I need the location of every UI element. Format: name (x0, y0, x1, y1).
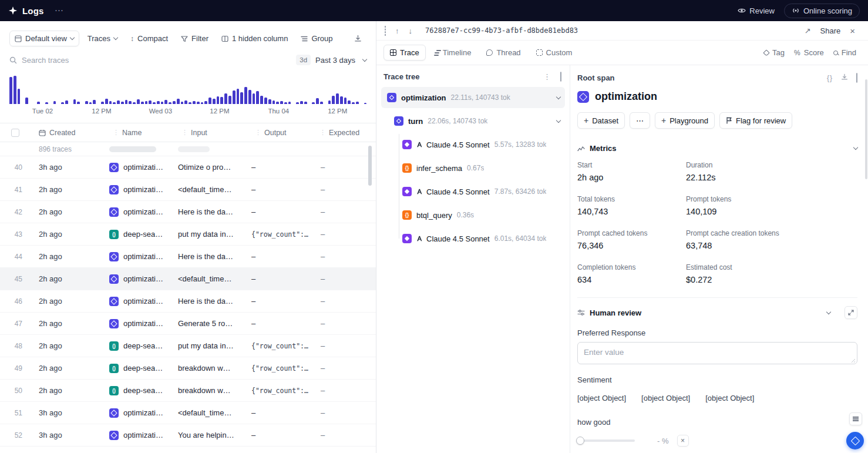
row-output: – (247, 319, 311, 328)
tree-layout-button[interactable] (534, 72, 542, 81)
trace-tree-item[interactable]: optimization 22.11s, 140743 tok (381, 87, 565, 108)
traces-dropdown[interactable]: Traces (83, 31, 122, 46)
right-scrollbar-thumb[interactable] (865, 79, 867, 179)
traces-dropdown-label: Traces (88, 34, 110, 43)
tree-more-button[interactable]: ⋮ (542, 72, 559, 81)
trace-tree-item[interactable]: Claude 4.5 Sonnet 7.87s, 63426 tok (381, 181, 565, 202)
find-button[interactable]: Find (829, 46, 861, 59)
human-review-header[interactable]: Human review (577, 306, 857, 319)
view-selector[interactable]: Default view (9, 31, 79, 46)
sentiment-option[interactable]: [object Object] (577, 391, 626, 405)
preferred-response-input[interactable] (577, 342, 857, 364)
span-kind-icon (402, 187, 412, 196)
slider-thumb[interactable] (576, 437, 584, 445)
clear-score-button[interactable]: × (677, 435, 689, 447)
row-number: 41 (0, 186, 28, 194)
add-to-dataset-button[interactable]: + Dataset (577, 112, 625, 129)
review-button[interactable]: Review (733, 4, 779, 18)
metric-label: Completion tokens (577, 263, 686, 271)
column-header-expected[interactable]: Expected (311, 123, 376, 142)
anthropic-icon (416, 189, 423, 194)
trace-tree-item[interactable]: turn 22.06s, 140743 tok (381, 110, 565, 132)
sentiment-option[interactable]: [object Object] (705, 391, 754, 405)
row-input: breakdown w… (173, 364, 247, 373)
column-header-output[interactable]: Output (247, 123, 311, 142)
search-input[interactable] (22, 56, 296, 65)
more-actions-button[interactable]: ⋯ (630, 112, 650, 129)
split-view-button[interactable] (856, 73, 857, 82)
column-header-created[interactable]: Created (28, 123, 105, 142)
table-row[interactable]: 41 2h ago optimizati… <default_time… – – (0, 179, 376, 201)
download-span-button[interactable] (841, 73, 856, 82)
tree-item-label: optimization (401, 93, 446, 102)
table-row[interactable]: 43 2h ago deep-sea… put my data in… {"ro… (0, 223, 376, 246)
trace-tree-item[interactable]: btql_query 0.36s (381, 204, 565, 226)
trace-tree-item[interactable]: infer_schema 0.67s (381, 157, 565, 179)
trace-count: 896 traces (28, 145, 105, 153)
histogram-bars[interactable] (9, 76, 366, 104)
open-in-new-button[interactable]: ↗ (800, 25, 816, 36)
table-row[interactable]: 50 2h ago deep-sea… breakdown w… {"row_c… (0, 380, 376, 402)
feedback-notes-button[interactable] (849, 412, 862, 425)
table-row[interactable]: 44 2h ago optimizati… Here is the da… – … (0, 246, 376, 268)
row-name-cell: optimizati… (105, 319, 173, 328)
select-all-checkbox[interactable] (11, 129, 19, 137)
chevron-down-icon (113, 35, 118, 40)
filter-button[interactable]: Filter (176, 31, 213, 46)
compact-toggle[interactable]: ↕ Compact (126, 31, 173, 46)
table-row[interactable]: 51 3h ago optimizati… <default_time… – – (0, 402, 376, 424)
row-input: Here is the da… (173, 297, 247, 306)
detail-tab[interactable]: Thread (480, 45, 527, 61)
hidden-column-button[interactable]: 1 hidden column (217, 31, 292, 46)
detail-tab[interactable]: Trace (383, 45, 426, 61)
span-kind-icon (402, 163, 412, 173)
detail-tab[interactable]: Timeline (428, 45, 478, 61)
detail-tab[interactable]: Custom (530, 45, 579, 61)
date-range-dropdown[interactable]: Past 3 days (315, 56, 366, 65)
tree-panel-toggle[interactable] (559, 72, 563, 81)
column-header-input[interactable]: Input (173, 123, 247, 142)
group-button[interactable]: Group (296, 31, 337, 46)
trace-tree-item[interactable]: Claude 4.5 Sonnet 6.01s, 64034 tok (381, 228, 565, 249)
score-button[interactable]: % Score (789, 46, 829, 59)
view-json-button[interactable]: {} (827, 73, 841, 82)
table-row[interactable]: 48 2h ago deep-sea… put my data in… {"ro… (0, 335, 376, 357)
braces-icon: {} (827, 74, 833, 82)
online-scoring-button[interactable]: Online scoring (784, 4, 860, 18)
slider-track[interactable] (577, 439, 635, 442)
tag-label: Tag (772, 48, 785, 57)
left-scrollbar-thumb[interactable] (368, 146, 372, 186)
assistant-fab[interactable] (846, 432, 864, 449)
add-to-playground-button[interactable]: + Playground (655, 112, 715, 129)
table-row[interactable]: 49 2h ago deep-sea… breakdown w… {"row_c… (0, 357, 376, 380)
row-created: 3h ago (28, 431, 105, 439)
expand-review-button[interactable] (845, 306, 857, 319)
page-more-menu[interactable]: ⋯ (55, 5, 63, 16)
metrics-section-header[interactable]: Metrics (577, 144, 857, 153)
row-input: put my data in… (173, 230, 247, 239)
next-trace-button[interactable]: ↓ (404, 25, 418, 36)
expand-panel-button[interactable] (385, 25, 391, 36)
share-button[interactable]: Share (816, 25, 846, 36)
row-expected: – (311, 319, 376, 328)
trace-tree-item[interactable]: Claude 4.5 Sonnet 5.57s, 13283 tok (381, 134, 565, 155)
table-row[interactable]: 52 3h ago optimizati… You are helpin… – … (0, 424, 376, 447)
row-expected: – (311, 230, 376, 239)
export-button[interactable] (349, 32, 366, 45)
table-row[interactable]: 46 2h ago optimizati… Here is the da… – … (0, 290, 376, 313)
table-row[interactable]: 40 3h ago optimizati… Otimize o pro… – – (0, 156, 376, 179)
flag-for-review-button[interactable]: Flag for review (719, 112, 792, 129)
span-type-icon (109, 230, 119, 239)
table-row[interactable]: 45 2h ago optimizati… <default_time… – – (0, 268, 376, 290)
row-name: deep-sea… (123, 364, 163, 373)
sentiment-option[interactable]: [object Object] (641, 391, 690, 405)
previous-trace-button[interactable]: ↑ (391, 25, 404, 36)
tag-button[interactable]: Tag (759, 46, 789, 59)
table-row[interactable]: 42 2h ago optimizati… Here is the da… – … (0, 201, 376, 223)
close-button[interactable]: × (845, 25, 860, 37)
eye-icon (738, 6, 746, 15)
table-row[interactable]: 47 2h ago optimizati… Generate 5 ro… – – (0, 313, 376, 335)
created-header-label: Created (49, 129, 75, 137)
column-header-name[interactable]: Name (105, 123, 173, 142)
span-type-icon (109, 297, 119, 306)
